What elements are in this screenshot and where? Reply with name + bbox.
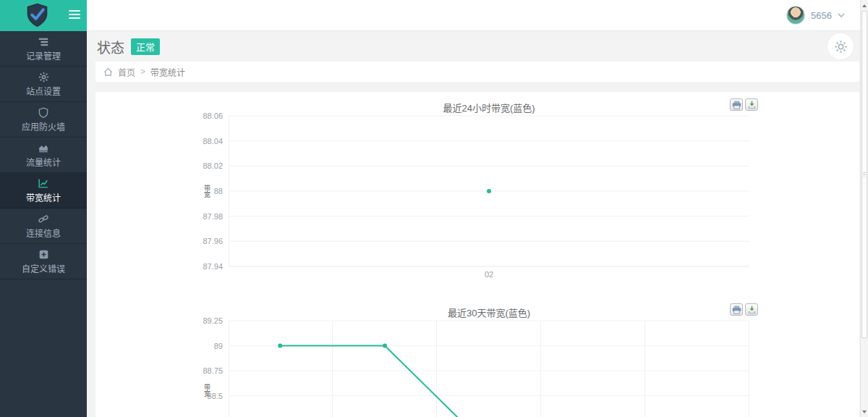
breadcrumb: 首页 > 带宽统计 [95, 62, 859, 82]
y-tick-label: 87.94 [181, 262, 223, 271]
y-tick-label: 88.75 [181, 366, 223, 375]
hamburger-icon[interactable] [69, 10, 80, 21]
chart-toolbar [730, 303, 758, 316]
topbar: 5656 [87, 0, 868, 31]
chart-last-24h-bandwidth: 最近24小时带宽(蓝色)带宽88.0688.0488.028887.9887.9… [95, 92, 859, 282]
y-tick-label: 88.02 [181, 161, 223, 170]
sidebar-item-site-settings[interactable]: 站点设置 [0, 67, 87, 102]
y-tick-label: 88.06 [181, 111, 223, 120]
sidebar-nav: 记录管理站点设置应用防火墙流量统计带宽统计连接信息自定义错误 [0, 31, 87, 279]
sidebar-item-traffic-stats[interactable]: 流量统计 [0, 138, 87, 173]
chart-toolbar [730, 98, 758, 111]
gear-icon [834, 40, 848, 54]
chart-plot-area: 带宽89.258988.7588.588.25 [229, 321, 749, 417]
download-icon [747, 101, 757, 109]
line-chart-icon [38, 177, 49, 190]
sidebar-item-label: 连接信息 [26, 227, 61, 239]
area-chart-icon [38, 142, 49, 154]
sidebar-item-app-firewall[interactable]: 应用防火墙 [0, 102, 87, 138]
chart-canvas [229, 321, 749, 417]
link-icon [38, 213, 49, 225]
sidebar-item-bandwidth-stats[interactable]: 带宽统计 [0, 173, 87, 208]
data-point [383, 344, 387, 348]
printer-icon [732, 101, 741, 109]
y-tick-label: 89 [181, 342, 223, 350]
chart-canvas [229, 116, 749, 266]
download-icon [747, 306, 757, 314]
chart-plot-area: 带宽88.0688.0488.028887.9887.9687.9402 [229, 116, 749, 282]
y-tick-label: 87.96 [181, 237, 223, 245]
scrollbar[interactable] [860, 0, 868, 417]
sidebar-item-record-management[interactable]: 记录管理 [0, 31, 87, 67]
scrollbar-thumb[interactable] [861, 11, 867, 338]
chart-last-30d-bandwidth: 最近30天带宽(蓝色)带宽89.258988.7588.588.25 [95, 297, 859, 417]
print-chart-button[interactable] [730, 98, 743, 111]
shield-check-icon [25, 3, 49, 28]
y-tick-label: 88 [181, 187, 223, 195]
sidebar-item-label: 站点设置 [26, 85, 61, 97]
main-area: 5656 状态 正常 首页 > 带宽统计 最近24小时带宽(蓝色)带宽88.06… [87, 0, 868, 417]
chart-title: 最近24小时带宽(蓝色) [229, 92, 749, 111]
x-tick-label: 02 [475, 270, 503, 279]
sidebar-item-label: 流量统计 [26, 156, 61, 168]
breadcrumb-separator: > [140, 67, 145, 77]
download-chart-button[interactable] [745, 303, 758, 316]
charts-panel: 最近24小时带宽(蓝色)带宽88.0688.0488.028887.9887.9… [95, 92, 859, 417]
y-tick-label: 88.04 [181, 137, 223, 146]
chevron-down-icon[interactable] [838, 13, 845, 17]
plus-square-icon [38, 248, 49, 261]
scrollbar-down-arrow[interactable] [861, 407, 868, 416]
series-line [280, 346, 489, 417]
breadcrumb-current: 带宽统计 [150, 66, 185, 78]
settings-button[interactable] [827, 33, 854, 59]
page-title: 状态 [97, 37, 124, 56]
gear-icon [38, 71, 49, 83]
sidebar-header [0, 0, 87, 31]
data-point [278, 344, 282, 348]
sidebar-item-label: 记录管理 [26, 49, 61, 62]
scrollbar-up-arrow[interactable] [861, 1, 868, 10]
username[interactable]: 5656 [811, 10, 832, 21]
page-header: 状态 正常 [87, 31, 868, 62]
sidebar-item-connection-info[interactable]: 连接信息 [0, 208, 87, 244]
sidebar-item-label: 自定义错误 [22, 262, 65, 274]
home-icon [103, 67, 113, 77]
y-tick-label: 88.5 [181, 392, 223, 400]
sidebar-item-custom-errors[interactable]: 自定义错误 [0, 244, 87, 279]
sidebar-item-label: 应用防火墙 [22, 120, 65, 132]
user-avatar-photo[interactable] [786, 6, 805, 25]
list-icon [38, 35, 49, 48]
printer-icon [732, 306, 741, 314]
chart-title: 最近30天带宽(蓝色) [229, 297, 749, 316]
breadcrumb-home[interactable]: 首页 [118, 66, 135, 78]
status-badge: 正常 [131, 38, 160, 55]
sidebar: 记录管理站点设置应用防火墙流量统计带宽统计连接信息自定义错误 [0, 0, 87, 417]
y-tick-label: 89.25 [181, 316, 223, 325]
download-chart-button[interactable] [745, 98, 758, 111]
data-point [487, 189, 491, 193]
sidebar-item-label: 带宽统计 [26, 191, 61, 203]
print-chart-button[interactable] [730, 303, 743, 316]
y-tick-label: 87.98 [181, 212, 223, 221]
shield-icon [38, 106, 48, 119]
